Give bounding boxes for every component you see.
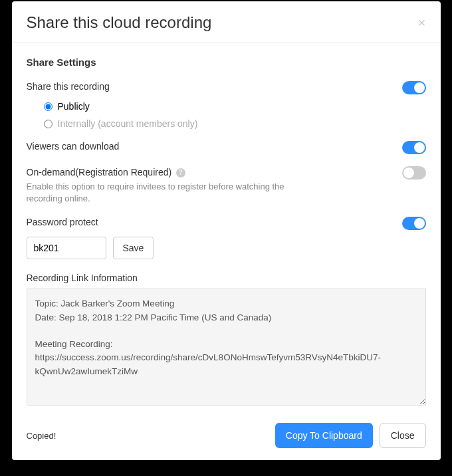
- password-label: Password protect: [27, 217, 98, 227]
- share-recording-toggle[interactable]: [402, 81, 426, 94]
- share-recording-setting: Share this recording Publicly Internally…: [27, 81, 426, 129]
- modal-header: Share this cloud recording ×: [12, 1, 441, 43]
- copy-to-clipboard-button[interactable]: Copy To Clipboard: [275, 423, 373, 448]
- publicly-radio[interactable]: Publicly: [44, 101, 426, 112]
- help-icon[interactable]: ?: [176, 168, 185, 178]
- password-setting: Password protect Save: [27, 217, 426, 259]
- download-setting: Viewers can download: [27, 141, 426, 154]
- modal-footer: Copied! Copy To Clipboard Close: [12, 416, 441, 460]
- password-toggle[interactable]: [402, 217, 426, 230]
- share-recording-modal: Share this cloud recording × Share Setti…: [12, 1, 441, 460]
- copied-status: Copied!: [27, 431, 56, 441]
- save-button[interactable]: Save: [113, 237, 154, 259]
- close-icon[interactable]: ×: [418, 16, 426, 29]
- ondemand-setting: On-demand(Registration Required) ? Enabl…: [27, 166, 426, 205]
- modal-body: Share Settings Share this recording Publ…: [12, 43, 441, 416]
- ondemand-toggle[interactable]: [402, 166, 426, 179]
- share-settings-heading: Share Settings: [27, 57, 426, 68]
- ondemand-desc: Enable this option to require invitees t…: [27, 181, 306, 205]
- internally-radio-input[interactable]: [44, 120, 53, 128]
- link-info-label: Recording Link Information: [27, 273, 426, 283]
- publicly-radio-label: Publicly: [58, 101, 90, 112]
- share-scope-radio-group: Publicly Internally (account members onl…: [44, 101, 426, 129]
- publicly-radio-input[interactable]: [44, 102, 53, 111]
- download-label: Viewers can download: [27, 141, 120, 152]
- modal-title: Share this cloud recording: [27, 13, 212, 32]
- download-toggle[interactable]: [402, 141, 426, 154]
- close-button[interactable]: Close: [380, 423, 426, 448]
- ondemand-label: On-demand(Registration Required): [27, 167, 172, 178]
- link-info-textarea[interactable]: [27, 289, 426, 406]
- password-input[interactable]: [27, 237, 106, 259]
- internally-radio[interactable]: Internally (account members only): [44, 118, 426, 129]
- internally-radio-label: Internally (account members only): [58, 118, 198, 129]
- share-recording-label: Share this recording: [27, 81, 110, 92]
